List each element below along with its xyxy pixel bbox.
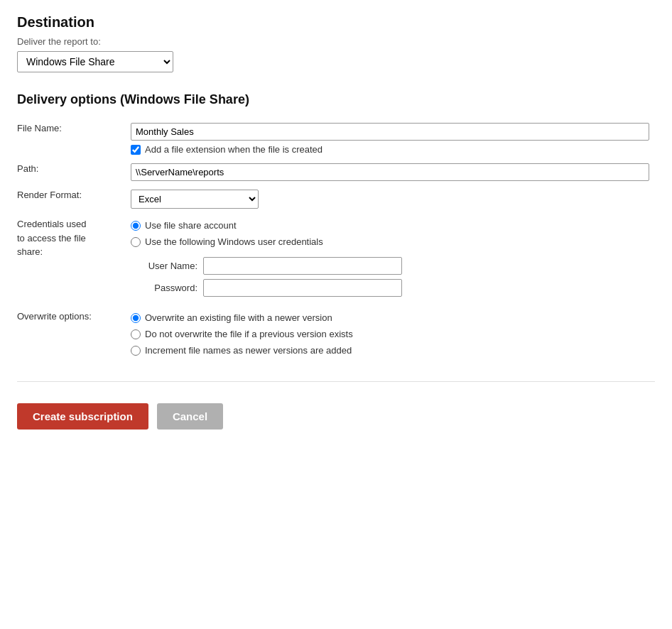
render-format-select[interactable]: Excel PDF Word CSV XML bbox=[131, 190, 259, 209]
delivery-title: Delivery options (Windows File Share) bbox=[17, 92, 655, 107]
render-format-label: Render Format: bbox=[17, 185, 131, 213]
credential-option2-radio[interactable] bbox=[131, 237, 141, 247]
credentials-row: Credentials usedto access the fileshare:… bbox=[17, 213, 655, 305]
overwrite-option2-radio[interactable] bbox=[131, 329, 141, 339]
overwrite-option3-label: Increment file names as newer versions a… bbox=[145, 345, 352, 356]
button-row: Create subscription Cancel bbox=[17, 403, 655, 430]
credential-option1-label: Use file share account bbox=[145, 220, 237, 231]
credential-option1-radio[interactable] bbox=[131, 221, 141, 231]
destination-title: Destination bbox=[17, 14, 655, 31]
path-row: Path: bbox=[17, 159, 655, 185]
destination-select[interactable]: Windows File Share Email SharePoint bbox=[17, 51, 173, 72]
credentials-sub-form: User Name: Password: bbox=[134, 257, 649, 301]
render-format-row: Render Format: Excel PDF Word CSV XML bbox=[17, 185, 655, 213]
add-extension-row: Add a file extension when the file is cr… bbox=[131, 144, 649, 155]
password-input[interactable] bbox=[203, 279, 402, 297]
username-input[interactable] bbox=[203, 257, 402, 275]
overwrite-option1-label: Overwrite an existing file with a newer … bbox=[145, 312, 332, 323]
divider bbox=[17, 381, 655, 382]
overwrite-option1-radio[interactable] bbox=[131, 313, 141, 323]
credential-option1-row: Use file share account bbox=[131, 220, 649, 231]
create-subscription-button[interactable]: Create subscription bbox=[17, 403, 148, 430]
destination-section: Destination Deliver the report to: Windo… bbox=[17, 14, 655, 72]
delivery-section: Delivery options (Windows File Share) Fi… bbox=[17, 92, 655, 360]
overwrite-option1-row: Overwrite an existing file with a newer … bbox=[131, 312, 649, 323]
path-label: Path: bbox=[17, 159, 131, 185]
overwrite-option2-label: Do not overwrite the file if a previous … bbox=[145, 329, 353, 339]
file-name-input[interactable] bbox=[131, 123, 649, 141]
overwrite-radio-group: Overwrite an existing file with a newer … bbox=[131, 310, 649, 356]
overwrite-option3-row: Increment file names as newer versions a… bbox=[131, 345, 649, 356]
credentials-radio-group: Use file share account Use the following… bbox=[131, 217, 649, 301]
deliver-label: Deliver the report to: bbox=[17, 36, 655, 47]
credentials-label: Credentials usedto access the fileshare: bbox=[17, 213, 131, 305]
cancel-button[interactable]: Cancel bbox=[157, 403, 223, 430]
username-row: User Name: bbox=[134, 257, 649, 275]
path-input[interactable] bbox=[131, 163, 649, 181]
file-name-row: File Name: Add a file extension when the… bbox=[17, 119, 655, 159]
overwrite-option2-row: Do not overwrite the file if a previous … bbox=[131, 329, 649, 339]
username-label: User Name: bbox=[134, 261, 197, 271]
add-extension-label: Add a file extension when the file is cr… bbox=[145, 144, 323, 155]
overwrite-option3-radio[interactable] bbox=[131, 346, 141, 356]
overwrite-label: Overwrite options: bbox=[17, 305, 131, 360]
password-label: Password: bbox=[134, 283, 197, 293]
overwrite-row: Overwrite options: Overwrite an existing… bbox=[17, 305, 655, 360]
credential-option2-row: Use the following Windows user credentia… bbox=[131, 236, 649, 247]
delivery-form-table: File Name: Add a file extension when the… bbox=[17, 119, 655, 360]
add-extension-checkbox[interactable] bbox=[131, 145, 141, 155]
credential-option2-label: Use the following Windows user credentia… bbox=[145, 236, 323, 247]
password-row: Password: bbox=[134, 279, 649, 297]
file-name-label: File Name: bbox=[17, 119, 131, 159]
